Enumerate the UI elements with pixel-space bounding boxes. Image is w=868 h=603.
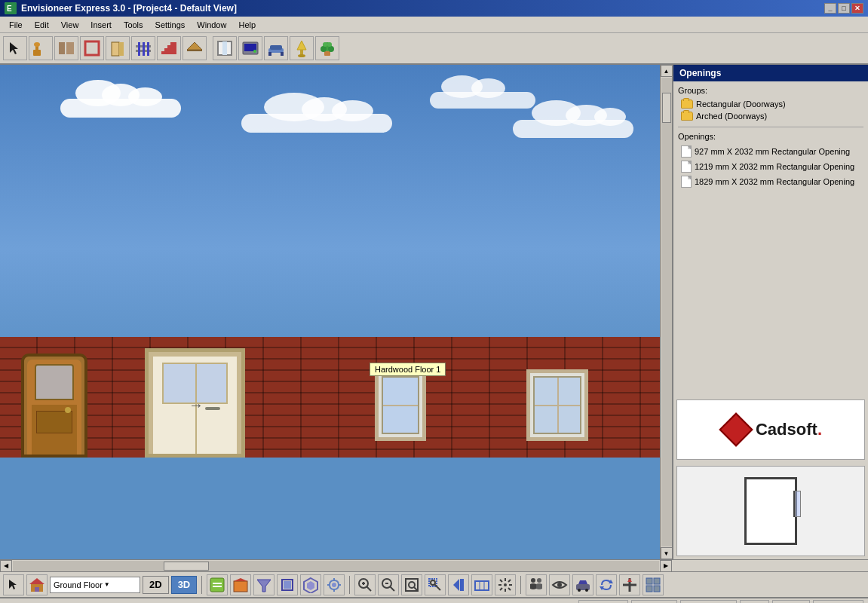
menu-window[interactable]: Window <box>191 19 232 31</box>
floor-dropdown[interactable]: Ground Floor ▼ <box>50 577 140 593</box>
lamp-tool-button[interactable] <box>290 36 314 60</box>
svg-rect-51 <box>284 581 291 589</box>
group-rectangular-doorways[interactable]: Rectangular (Doorways) <box>678 98 863 110</box>
bottom-select-button[interactable] <box>3 574 24 595</box>
close-button[interactable]: ✕ <box>851 3 863 14</box>
hscroll-thumb[interactable] <box>164 562 209 571</box>
scroll-right-button[interactable]: ▶ <box>660 560 672 572</box>
snap-settings-button[interactable] <box>207 574 228 595</box>
view-2d-button[interactable]: 2D <box>143 576 169 594</box>
svg-rect-6 <box>59 42 65 54</box>
svg-rect-8 <box>85 41 99 55</box>
eye-button[interactable] <box>549 574 570 595</box>
window-controls: _ □ ✕ <box>824 3 863 14</box>
scroll-left-button[interactable]: ◀ <box>0 560 12 572</box>
scroll-down-button[interactable]: ▼ <box>661 547 673 559</box>
svg-rect-3 <box>33 50 41 56</box>
zoom-in-button[interactable] <box>354 574 376 595</box>
menu-help[interactable]: Help <box>232 19 262 31</box>
svg-point-76 <box>557 583 562 587</box>
zoom-selection-button[interactable] <box>425 574 446 595</box>
objsnap-button[interactable]: OBJSNAP <box>631 600 677 603</box>
paint-tool-button[interactable] <box>29 36 53 60</box>
svg-rect-88 <box>654 586 660 592</box>
menu-view[interactable]: View <box>55 19 85 31</box>
maximize-button[interactable]: □ <box>838 3 850 14</box>
scroll-track[interactable] <box>661 78 672 546</box>
ortho-button[interactable]: ORTHO <box>772 600 810 603</box>
rotate-button[interactable] <box>596 574 617 595</box>
cadsoft-text: Cadsoft. <box>756 420 822 439</box>
title-bar: E Envisioneer Express 3.0 - [Project4 - … <box>0 0 868 17</box>
zoom-prev-button[interactable] <box>448 574 469 595</box>
viewport[interactable]: → Hardwood <box>0 65 660 559</box>
roof-tool-button[interactable] <box>182 36 207 60</box>
grid-toggle-button[interactable] <box>643 574 664 595</box>
bottom-home-button[interactable] <box>26 574 48 595</box>
opening-1829[interactable]: 1829 mm X 2032 mm Rectangular Opening <box>678 174 863 189</box>
menu-settings[interactable]: Settings <box>149 19 192 31</box>
opening-tool-button[interactable] <box>213 36 237 60</box>
opening-927[interactable]: 927 mm X 2032 mm Rectangular Opening <box>678 144 863 159</box>
svg-point-54 <box>332 583 336 587</box>
svg-point-63 <box>409 582 415 588</box>
scroll-thumb[interactable] <box>662 93 671 123</box>
svg-point-5 <box>34 42 40 47</box>
main-toolbar <box>0 33 868 65</box>
svg-rect-34 <box>324 51 330 56</box>
collision-button[interactable]: COLLISION <box>813 600 863 603</box>
zoom-area-button[interactable] <box>471 574 492 595</box>
menu-tools[interactable]: Tools <box>118 19 149 31</box>
stair-tool-button[interactable] <box>157 36 181 60</box>
svg-point-79 <box>585 589 588 592</box>
view-3d-button[interactable]: 3D <box>171 576 198 594</box>
opening-1219[interactable]: 1219 mm X 2032 mm Rectangular Opening <box>678 159 863 174</box>
minimize-button[interactable]: _ <box>824 3 836 14</box>
scroll-up-button[interactable]: ▲ <box>661 65 673 77</box>
wall-tool-button[interactable] <box>54 36 78 60</box>
svg-rect-13 <box>138 42 140 56</box>
grid-button[interactable]: GRID <box>740 600 769 603</box>
zoom-fit-button[interactable] <box>401 574 422 595</box>
svg-point-75 <box>537 578 541 583</box>
group-arched-doorways[interactable]: Arched (Doorways) <box>678 110 863 122</box>
bottom-toolbar: Ground Floor ▼ 2D 3D <box>0 571 868 597</box>
menu-file[interactable]: File <box>3 19 29 31</box>
door-1-knob <box>65 407 71 413</box>
svg-rect-16 <box>170 42 176 45</box>
pan-button[interactable] <box>495 574 516 595</box>
level-button[interactable] <box>619 574 640 595</box>
door-tool-button[interactable] <box>106 36 130 60</box>
door-2-handle <box>205 407 220 410</box>
anglesnap-button[interactable]: ANGLESNAP <box>680 600 737 603</box>
select-tool-button[interactable] <box>3 36 27 60</box>
svg-point-73 <box>504 583 507 586</box>
svg-marker-42 <box>29 578 44 584</box>
gridsnap-button[interactable]: GRIDSNAP <box>578 600 628 603</box>
furniture-tool-button[interactable] <box>264 36 288 60</box>
room-tool-button[interactable] <box>80 36 104 60</box>
app-icon: E <box>5 2 17 14</box>
zoom-out-button[interactable] <box>378 574 399 595</box>
navigate-button[interactable] <box>324 574 345 595</box>
svg-rect-18 <box>164 48 176 51</box>
menu-edit[interactable]: Edit <box>29 19 55 31</box>
people-button[interactable] <box>526 574 547 595</box>
file-icon-1219 <box>681 161 692 173</box>
box-view-button[interactable] <box>277 574 298 595</box>
openings-label: Openings: <box>678 132 863 141</box>
svg-rect-14 <box>143 42 145 56</box>
vertical-scrollbar[interactable]: ▲ ▼ <box>660 65 672 559</box>
transform-button[interactable] <box>300 574 321 595</box>
right-panel: Openings Groups: Rectangular (Doorways) … <box>672 65 868 559</box>
menu-insert[interactable]: Insert <box>84 19 118 31</box>
hscroll-track[interactable] <box>13 561 659 571</box>
fence-tool-button[interactable] <box>131 36 155 60</box>
filter-button[interactable] <box>253 574 275 595</box>
car-button[interactable] <box>572 574 593 595</box>
appliance-tool-button[interactable] <box>238 36 262 60</box>
svg-rect-47 <box>234 581 247 592</box>
plant-tool-button[interactable] <box>315 36 339 60</box>
horizontal-scrollbar[interactable]: ◀ ▶ <box>0 559 868 571</box>
floor-plan-button[interactable] <box>230 574 251 595</box>
